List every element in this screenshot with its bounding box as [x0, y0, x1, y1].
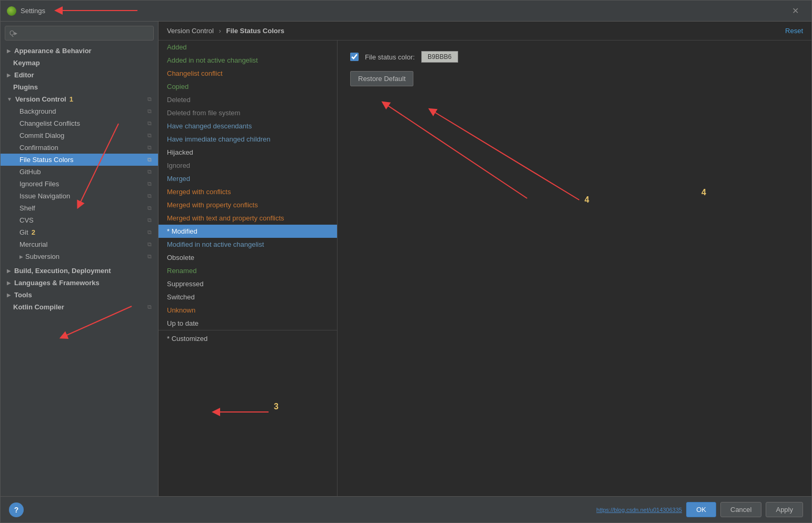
breadcrumb: Version Control › File Status Colors — [167, 27, 284, 35]
file-status-have-immediate[interactable]: Have immediate changed children — [159, 133, 337, 146]
file-status-merged-property[interactable]: Merged with property conflicts — [159, 198, 337, 212]
sidebar-item-mercurial[interactable]: Mercurial ⧉ — [1, 238, 158, 250]
sidebar-item-languages[interactable]: ▶ Languages & Frameworks — [1, 277, 158, 289]
file-status-ignored[interactable]: Ignored — [159, 159, 337, 172]
main-content: Added Added in not active changelist Cha… — [159, 41, 811, 496]
sidebar-item-commit-dialog[interactable]: Commit Dialog ⧉ — [1, 129, 158, 142]
file-status-hijacked[interactable]: Hijacked — [159, 146, 337, 159]
search-icon: Q▸ — [9, 29, 17, 37]
sidebar-label: Version Control — [15, 95, 66, 103]
file-status-deleted-fs[interactable]: Deleted from file system — [159, 106, 337, 119]
file-status-obsolete[interactable]: Obsolete — [159, 251, 337, 264]
file-status-merged[interactable]: Merged — [159, 172, 337, 185]
ok-button[interactable]: OK — [686, 502, 716, 517]
sidebar-label: Changelist Conflicts — [19, 119, 80, 127]
copy-icon: ⧉ — [147, 180, 152, 187]
file-status-modified-inactive[interactable]: Modified in not active changelist — [159, 238, 337, 251]
sidebar-item-tools[interactable]: ▶ Tools — [1, 289, 158, 301]
sidebar-item-changelist-conflicts[interactable]: Changelist Conflicts ⧉ — [1, 117, 158, 129]
sidebar-item-kotlin[interactable]: Kotlin Compiler ⧉ — [1, 301, 158, 313]
sidebar-label: Background — [19, 107, 56, 115]
customized-label: * Customized — [167, 335, 207, 343]
copy-icon: ⧉ — [147, 132, 152, 139]
sidebar-item-version-control[interactable]: ▼ Version Control 1 ⧉ — [1, 93, 158, 105]
file-status-added[interactable]: Added — [159, 41, 337, 54]
cancel-button[interactable]: Cancel — [720, 502, 761, 517]
arrow-icon: ▶ — [19, 254, 23, 259]
sidebar-item-issue-navigation[interactable]: Issue Navigation ⧉ — [1, 190, 158, 202]
apply-button[interactable]: Apply — [766, 502, 803, 517]
sidebar-item-shelf[interactable]: Shelf ⧉ — [1, 202, 158, 214]
file-status-renamed[interactable]: Renamed — [159, 264, 337, 277]
arrow-icon: ▶ — [7, 268, 11, 274]
copy-icon: ⧉ — [147, 96, 152, 103]
sidebar-label: File Status Colors — [19, 156, 74, 164]
file-status-have-changed[interactable]: Have changed descendants — [159, 119, 337, 133]
file-status-modified[interactable]: * Modified — [159, 225, 337, 238]
sidebar-item-editor[interactable]: ▶ Editor — [1, 69, 158, 81]
arrow-icon: ▼ — [7, 96, 12, 102]
arrow-icon: ▶ — [7, 48, 11, 54]
sidebar-item-build[interactable]: ▶ Build, Execution, Deployment — [1, 265, 158, 277]
sidebar-label: Tools — [14, 291, 32, 299]
file-status-added-inactive[interactable]: Added in not active changelist — [159, 54, 337, 67]
copy-icon: ⧉ — [147, 156, 152, 163]
sidebar-item-appearance[interactable]: ▶ Appearance & Behavior — [1, 45, 158, 57]
color-swatch[interactable]: B9BBB6 — [421, 51, 458, 63]
main-panel: Version Control › File Status Colors Res… — [159, 22, 811, 496]
breadcrumb-current: File Status Colors — [226, 27, 284, 35]
sidebar-label: Commit Dialog — [19, 132, 64, 139]
help-button[interactable]: ? — [9, 502, 24, 517]
restore-default-button[interactable]: Restore Default — [350, 71, 413, 86]
sidebar-label: Build, Execution, Deployment — [14, 267, 111, 275]
file-status-deleted[interactable]: Deleted — [159, 93, 337, 106]
sidebar-label: CVS — [19, 216, 34, 224]
sidebar-item-confirmation[interactable]: Confirmation ⧉ — [1, 142, 158, 154]
sidebar-label: Shelf — [19, 204, 35, 212]
customized-row: * Customized — [159, 330, 337, 347]
reset-button[interactable]: Reset — [785, 27, 803, 35]
annotation-1: 1 — [70, 95, 73, 103]
sidebar-item-background[interactable]: Background ⧉ — [1, 105, 158, 117]
file-status-color-checkbox[interactable] — [350, 53, 359, 61]
arrow-icon: ▶ — [7, 72, 11, 78]
close-button[interactable]: ✕ — [788, 4, 803, 18]
copy-icon: ⧉ — [147, 217, 152, 224]
copy-icon: ⧉ — [147, 253, 152, 260]
sidebar-item-git[interactable]: Git 2 ⧉ — [1, 226, 158, 238]
sidebar-item-file-status-colors[interactable]: File Status Colors ⧉ — [1, 154, 158, 166]
sidebar-label: Ignored Files — [19, 180, 59, 188]
sidebar-item-plugins[interactable]: Plugins — [1, 81, 158, 93]
file-list-panel: Added Added in not active changelist Cha… — [159, 41, 338, 496]
sidebar-label: Git — [19, 228, 28, 236]
search-box[interactable]: Q▸ — [5, 26, 154, 41]
annotation-4: 4 — [701, 188, 706, 197]
sidebar-label: Mercurial — [19, 240, 47, 248]
file-status-uptodate[interactable]: Up to date — [159, 317, 337, 330]
right-panel: File status color: B9BBB6 Restore Defaul… — [338, 41, 811, 496]
sidebar-label: Issue Navigation — [19, 192, 70, 200]
arrow-icon: ▶ — [7, 280, 11, 286]
breadcrumb-bar: Version Control › File Status Colors Res… — [159, 22, 811, 41]
copy-icon: ⧉ — [147, 241, 152, 248]
color-row: File status color: B9BBB6 — [350, 51, 799, 63]
sidebar-label: Confirmation — [19, 144, 58, 152]
bottom-right: https://blog.csdn.net/u014306335 OK Canc… — [597, 502, 803, 517]
sidebar-item-ignored-files[interactable]: Ignored Files ⧉ — [1, 178, 158, 190]
sidebar-item-github[interactable]: GitHub ⧉ — [1, 166, 158, 178]
file-status-merged-conflicts[interactable]: Merged with conflicts — [159, 185, 337, 198]
sidebar-item-subversion[interactable]: ▶ Subversion ⧉ — [1, 250, 158, 263]
content-area: Q▸ ▶ Appearance & Behavior Keymap ▶ Edit… — [1, 22, 811, 496]
file-status-copied[interactable]: Copied — [159, 80, 337, 93]
file-status-suppressed[interactable]: Suppressed — [159, 277, 337, 290]
file-status-unknown[interactable]: Unknown — [159, 304, 337, 317]
sidebar-label: Subversion — [25, 253, 60, 260]
sidebar-item-cvs[interactable]: CVS ⧉ — [1, 214, 158, 226]
file-status-switched[interactable]: Switched — [159, 290, 337, 304]
file-status-changelist-conflict[interactable]: Changelist conflict — [159, 67, 337, 80]
file-status-merged-text-property[interactable]: Merged with text and property conflicts — [159, 212, 337, 225]
copy-icon: ⧉ — [147, 108, 152, 115]
copy-icon: ⧉ — [147, 304, 152, 310]
sidebar-item-keymap[interactable]: Keymap — [1, 57, 158, 69]
copy-icon: ⧉ — [147, 229, 152, 236]
